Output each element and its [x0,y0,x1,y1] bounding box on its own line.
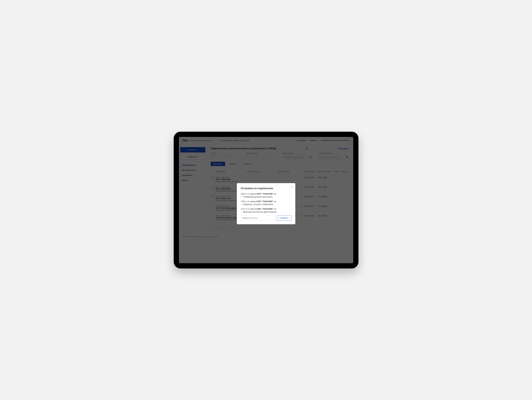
send-for-signing-modal: × Отправка на подписание 1801-1 от имени… [237,183,295,224]
modal-recipient: ЕФИМОВА ТАТЬЯНА СЕМЁНОВНА [241,203,291,206]
app-screen: TAX Управление доверенностями Осталось М… [179,137,353,263]
tablet-device-frame: TAX Управление доверенностями Осталось М… [174,132,358,268]
modal-block-header: 2712-2 от имени ООО "ТАКСКОМ" на: [241,208,291,210]
send-button[interactable]: Отправить [277,215,291,221]
modal-recipient: ИВАНОВА ЕКАТЕРИНА ДМИТРИЕВНА [241,211,291,213]
modal-block-header: 1301-1 от имени ООО "ТАКСКОМ" на: [241,200,291,203]
email-input[interactable] [241,215,275,221]
close-icon[interactable]: × [291,185,293,189]
modal-overlay[interactable]: × Отправка на подписание 1801-1 от имени… [179,137,353,263]
modal-block-header: 1801-1 от имени ООО "ТАКСКОМ" на: [241,193,291,195]
modal-recipient: ТРОФИМОВ ДАНИИЛ ИВАНОВИЧ [241,196,291,198]
modal-title: Отправка на подписание [241,187,291,190]
